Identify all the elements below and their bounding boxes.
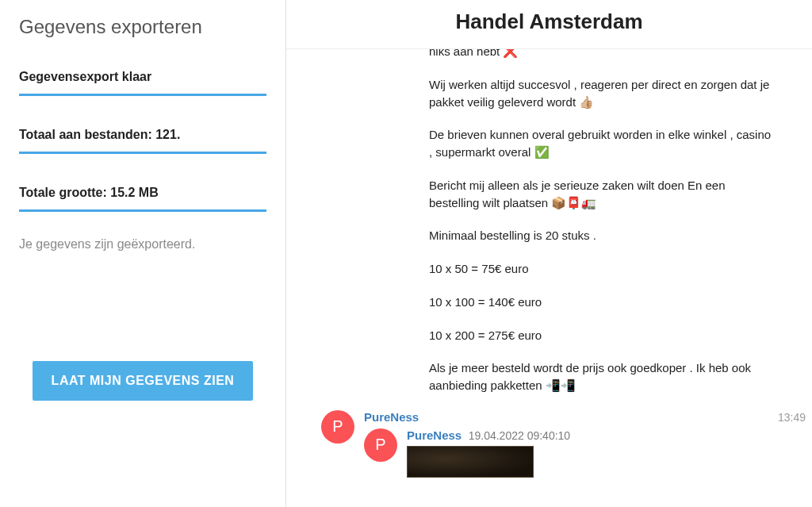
avatar: P (364, 428, 397, 462)
message-line: 10 x 100 = 140€ euro (429, 294, 772, 311)
chat-title: Handel Amsterdam (286, 10, 812, 34)
chat-message: niks aan hebt ❌ Wij werken altijd succes… (429, 49, 772, 394)
show-my-data-button[interactable]: LAAT MIJN GEGEVENS ZIEN (33, 361, 254, 401)
message-line: Wij werken altijd succesvol , reageren p… (429, 76, 772, 111)
message-line: 10 x 200 = 275€ euro (429, 327, 772, 344)
quoted-image-thumbnail[interactable] (407, 446, 534, 478)
message-line: niks aan hebt ❌ (429, 49, 772, 60)
quoted-sender-name: PureNess (407, 428, 462, 442)
chat-header: Handel Amsterdam (286, 0, 812, 49)
export-sidebar: Gegevens exporteren Gegevensexport klaar… (0, 0, 285, 507)
export-total-size: Totale grootte: 15.2 MB (19, 176, 266, 212)
message-time: 13:49 (778, 411, 806, 424)
message-line: 10 x 50 = 75€ euro (429, 260, 772, 278)
message-line: Minimaal bestelling is 20 stuks . (429, 227, 772, 244)
sender-name[interactable]: PureNess (364, 410, 419, 424)
sidebar-title: Gegevens exporteren (19, 16, 266, 38)
quoted-timestamp: 19.04.2022 09:40:10 (469, 429, 570, 442)
chat-scroll-area[interactable]: niks aan hebt ❌ Wij werken altijd succes… (286, 49, 812, 507)
export-done-note: Je gegevens zijn geëxporteerd. (19, 237, 266, 252)
message-line: Bericht mij alleen als je serieuze zaken… (429, 177, 772, 212)
export-file-count: Totaal aan bestanden: 121. (19, 118, 266, 154)
message-line: De brieven kunnen overal gebruikt worden… (429, 126, 772, 161)
quoted-message[interactable]: P PureNess 19.04.2022 09:40:10 (364, 428, 812, 478)
chat-message-row: P PureNess 13:49 P PureNess 19.04.2022 0… (286, 410, 812, 478)
export-status: Gegevensexport klaar (19, 60, 266, 96)
avatar[interactable]: P (321, 410, 354, 444)
message-line: Als je meer besteld wordt de prijs ook g… (429, 359, 772, 394)
chat-panel: Handel Amsterdam niks aan hebt ❌ Wij wer… (286, 0, 812, 507)
